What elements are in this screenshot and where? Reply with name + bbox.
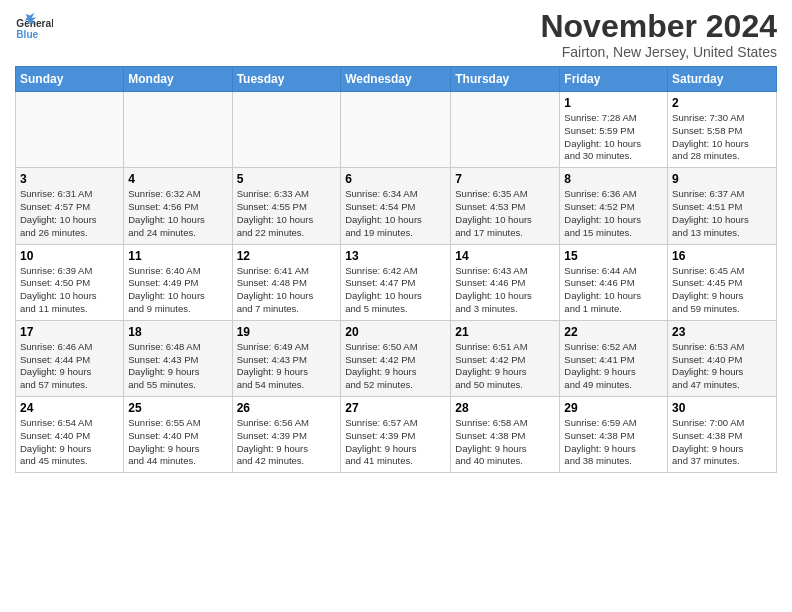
day-info: Sunrise: 6:42 AM Sunset: 4:47 PM Dayligh… [345, 265, 446, 316]
logo-icon: General Blue [15, 10, 53, 48]
table-row: 15Sunrise: 6:44 AM Sunset: 4:46 PM Dayli… [560, 244, 668, 320]
day-number: 21 [455, 325, 555, 339]
month-title: November 2024 [540, 10, 777, 42]
table-row: 17Sunrise: 6:46 AM Sunset: 4:44 PM Dayli… [16, 320, 124, 396]
table-row: 1Sunrise: 7:28 AM Sunset: 5:59 PM Daylig… [560, 92, 668, 168]
table-row [341, 92, 451, 168]
day-number: 30 [672, 401, 772, 415]
day-number: 15 [564, 249, 663, 263]
table-row: 11Sunrise: 6:40 AM Sunset: 4:49 PM Dayli… [124, 244, 232, 320]
day-number: 8 [564, 172, 663, 186]
table-row: 8Sunrise: 6:36 AM Sunset: 4:52 PM Daylig… [560, 168, 668, 244]
day-number: 5 [237, 172, 337, 186]
day-number: 25 [128, 401, 227, 415]
day-info: Sunrise: 6:41 AM Sunset: 4:48 PM Dayligh… [237, 265, 337, 316]
calendar-week-row: 3Sunrise: 6:31 AM Sunset: 4:57 PM Daylig… [16, 168, 777, 244]
day-number: 23 [672, 325, 772, 339]
day-info: Sunrise: 6:51 AM Sunset: 4:42 PM Dayligh… [455, 341, 555, 392]
day-number: 2 [672, 96, 772, 110]
table-row [451, 92, 560, 168]
day-number: 11 [128, 249, 227, 263]
day-number: 13 [345, 249, 446, 263]
day-number: 6 [345, 172, 446, 186]
day-number: 28 [455, 401, 555, 415]
table-row: 3Sunrise: 6:31 AM Sunset: 4:57 PM Daylig… [16, 168, 124, 244]
table-row: 26Sunrise: 6:56 AM Sunset: 4:39 PM Dayli… [232, 397, 341, 473]
header-monday: Monday [124, 67, 232, 92]
location: Fairton, New Jersey, United States [540, 44, 777, 60]
table-row: 5Sunrise: 6:33 AM Sunset: 4:55 PM Daylig… [232, 168, 341, 244]
header-tuesday: Tuesday [232, 67, 341, 92]
table-row: 18Sunrise: 6:48 AM Sunset: 4:43 PM Dayli… [124, 320, 232, 396]
day-number: 10 [20, 249, 119, 263]
day-info: Sunrise: 6:43 AM Sunset: 4:46 PM Dayligh… [455, 265, 555, 316]
day-info: Sunrise: 7:28 AM Sunset: 5:59 PM Dayligh… [564, 112, 663, 163]
table-row: 28Sunrise: 6:58 AM Sunset: 4:38 PM Dayli… [451, 397, 560, 473]
day-info: Sunrise: 6:52 AM Sunset: 4:41 PM Dayligh… [564, 341, 663, 392]
header: General Blue November 2024 Fairton, New … [15, 10, 777, 60]
table-row: 9Sunrise: 6:37 AM Sunset: 4:51 PM Daylig… [668, 168, 777, 244]
calendar-week-row: 24Sunrise: 6:54 AM Sunset: 4:40 PM Dayli… [16, 397, 777, 473]
day-number: 22 [564, 325, 663, 339]
table-row: 20Sunrise: 6:50 AM Sunset: 4:42 PM Dayli… [341, 320, 451, 396]
day-info: Sunrise: 6:34 AM Sunset: 4:54 PM Dayligh… [345, 188, 446, 239]
day-info: Sunrise: 6:33 AM Sunset: 4:55 PM Dayligh… [237, 188, 337, 239]
day-number: 12 [237, 249, 337, 263]
day-info: Sunrise: 6:32 AM Sunset: 4:56 PM Dayligh… [128, 188, 227, 239]
day-number: 26 [237, 401, 337, 415]
header-sunday: Sunday [16, 67, 124, 92]
svg-text:Blue: Blue [16, 30, 38, 41]
day-info: Sunrise: 6:58 AM Sunset: 4:38 PM Dayligh… [455, 417, 555, 468]
day-number: 7 [455, 172, 555, 186]
table-row: 19Sunrise: 6:49 AM Sunset: 4:43 PM Dayli… [232, 320, 341, 396]
day-info: Sunrise: 6:57 AM Sunset: 4:39 PM Dayligh… [345, 417, 446, 468]
day-number: 20 [345, 325, 446, 339]
title-section: November 2024 Fairton, New Jersey, Unite… [540, 10, 777, 60]
header-thursday: Thursday [451, 67, 560, 92]
day-info: Sunrise: 7:30 AM Sunset: 5:58 PM Dayligh… [672, 112, 772, 163]
day-info: Sunrise: 6:49 AM Sunset: 4:43 PM Dayligh… [237, 341, 337, 392]
table-row: 25Sunrise: 6:55 AM Sunset: 4:40 PM Dayli… [124, 397, 232, 473]
table-row: 2Sunrise: 7:30 AM Sunset: 5:58 PM Daylig… [668, 92, 777, 168]
svg-text:General: General [16, 18, 53, 29]
table-row: 30Sunrise: 7:00 AM Sunset: 4:38 PM Dayli… [668, 397, 777, 473]
day-info: Sunrise: 6:45 AM Sunset: 4:45 PM Dayligh… [672, 265, 772, 316]
table-row: 21Sunrise: 6:51 AM Sunset: 4:42 PM Dayli… [451, 320, 560, 396]
day-number: 3 [20, 172, 119, 186]
day-number: 1 [564, 96, 663, 110]
table-row: 4Sunrise: 6:32 AM Sunset: 4:56 PM Daylig… [124, 168, 232, 244]
calendar-week-row: 10Sunrise: 6:39 AM Sunset: 4:50 PM Dayli… [16, 244, 777, 320]
logo: General Blue [15, 10, 53, 48]
table-row: 16Sunrise: 6:45 AM Sunset: 4:45 PM Dayli… [668, 244, 777, 320]
weekday-header-row: Sunday Monday Tuesday Wednesday Thursday… [16, 67, 777, 92]
table-row: 7Sunrise: 6:35 AM Sunset: 4:53 PM Daylig… [451, 168, 560, 244]
table-row: 29Sunrise: 6:59 AM Sunset: 4:38 PM Dayli… [560, 397, 668, 473]
day-number: 9 [672, 172, 772, 186]
day-info: Sunrise: 6:31 AM Sunset: 4:57 PM Dayligh… [20, 188, 119, 239]
table-row: 12Sunrise: 6:41 AM Sunset: 4:48 PM Dayli… [232, 244, 341, 320]
day-info: Sunrise: 6:35 AM Sunset: 4:53 PM Dayligh… [455, 188, 555, 239]
day-info: Sunrise: 6:46 AM Sunset: 4:44 PM Dayligh… [20, 341, 119, 392]
table-row: 13Sunrise: 6:42 AM Sunset: 4:47 PM Dayli… [341, 244, 451, 320]
day-info: Sunrise: 6:48 AM Sunset: 4:43 PM Dayligh… [128, 341, 227, 392]
calendar-table: Sunday Monday Tuesday Wednesday Thursday… [15, 66, 777, 473]
day-number: 19 [237, 325, 337, 339]
day-info: Sunrise: 6:36 AM Sunset: 4:52 PM Dayligh… [564, 188, 663, 239]
day-number: 4 [128, 172, 227, 186]
header-saturday: Saturday [668, 67, 777, 92]
page: General Blue November 2024 Fairton, New … [0, 0, 792, 612]
day-info: Sunrise: 6:40 AM Sunset: 4:49 PM Dayligh… [128, 265, 227, 316]
table-row [232, 92, 341, 168]
day-info: Sunrise: 6:39 AM Sunset: 4:50 PM Dayligh… [20, 265, 119, 316]
table-row: 27Sunrise: 6:57 AM Sunset: 4:39 PM Dayli… [341, 397, 451, 473]
table-row: 22Sunrise: 6:52 AM Sunset: 4:41 PM Dayli… [560, 320, 668, 396]
table-row [124, 92, 232, 168]
day-number: 14 [455, 249, 555, 263]
day-number: 27 [345, 401, 446, 415]
day-info: Sunrise: 6:55 AM Sunset: 4:40 PM Dayligh… [128, 417, 227, 468]
table-row: 24Sunrise: 6:54 AM Sunset: 4:40 PM Dayli… [16, 397, 124, 473]
day-number: 17 [20, 325, 119, 339]
table-row [16, 92, 124, 168]
table-row: 6Sunrise: 6:34 AM Sunset: 4:54 PM Daylig… [341, 168, 451, 244]
day-number: 24 [20, 401, 119, 415]
